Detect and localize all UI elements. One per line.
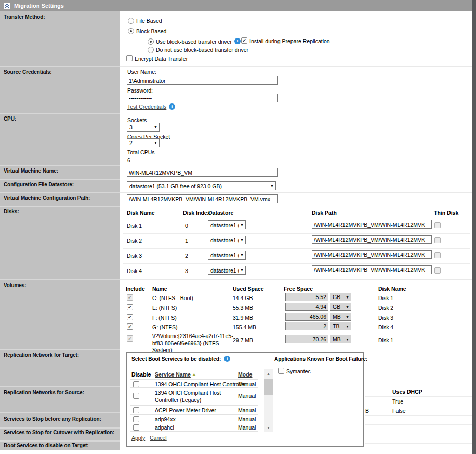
divider xyxy=(123,217,470,217)
service-mode: Manual xyxy=(238,381,256,387)
scroll-down-icon[interactable]: ▼ xyxy=(264,423,273,432)
radio-no-driver[interactable] xyxy=(148,47,154,53)
free-space-unit-select[interactable]: MB▼ xyxy=(330,313,351,321)
dropdown-arrow-icon: ▼ xyxy=(240,268,244,272)
free-space-field[interactable] xyxy=(285,322,328,330)
include-checkbox[interactable] xyxy=(127,314,133,320)
checkbox-encrypt-label: Encrypt Data Transfer xyxy=(135,56,188,62)
disk-path-field[interactable] xyxy=(312,250,432,259)
test-credentials-link[interactable]: Test Credentials xyxy=(127,103,166,110)
password-field[interactable] xyxy=(127,94,278,102)
divider xyxy=(130,405,258,406)
disks-header-thin: Thin Disk xyxy=(434,210,458,216)
username-field[interactable] xyxy=(127,76,278,85)
section-header[interactable]: Migration Settings xyxy=(0,0,472,11)
label-services-stop-cutover: Services to Stop for Cutover with Replic… xyxy=(4,430,114,435)
volume-disk: Disk 3 xyxy=(378,315,393,321)
uses-dhcp-header: Uses DHCP xyxy=(392,388,422,395)
page-title: Migration Settings xyxy=(14,3,64,9)
radio-use-driver[interactable] xyxy=(148,38,154,45)
info-icon[interactable]: i xyxy=(224,356,230,362)
service-name: adp94xx xyxy=(155,416,176,422)
cores-select[interactable]: 2▼ xyxy=(127,138,160,147)
divider xyxy=(123,248,470,249)
info-icon[interactable]: i xyxy=(169,103,175,110)
free-space-unit-select[interactable]: MB▼ xyxy=(330,335,351,343)
dropdown-arrow-icon: ▼ xyxy=(346,305,349,309)
thin-disk-checkbox xyxy=(434,237,441,243)
divider xyxy=(0,113,120,114)
free-space-field[interactable] xyxy=(285,313,328,321)
disk-path-field[interactable] xyxy=(312,220,432,229)
service-disable-checkbox[interactable] xyxy=(133,407,139,413)
dropdown-arrow-icon: ▼ xyxy=(154,125,157,129)
label-config-datastore: Configuration File Datastore: xyxy=(4,181,74,187)
divider xyxy=(365,415,472,416)
divider xyxy=(0,412,120,413)
label-cpu: CPU: xyxy=(4,116,16,122)
service-disable-checkbox[interactable] xyxy=(133,424,139,431)
apply-link[interactable]: Apply xyxy=(131,435,145,441)
volume-disk: Disk 4 xyxy=(378,324,393,330)
free-space-unit-select[interactable]: TB▼ xyxy=(330,322,351,330)
divider xyxy=(0,179,120,180)
dropdown-arrow-icon: ▼ xyxy=(154,141,157,145)
disk-index: 2 xyxy=(185,253,188,259)
collapse-icon[interactable] xyxy=(4,3,10,9)
divider xyxy=(120,165,472,165)
service-disable-checkbox[interactable] xyxy=(133,393,139,399)
cancel-link[interactable]: Cancel xyxy=(150,435,167,441)
label-vm-config-path: Virtual Machine Configuration Path: xyxy=(4,195,90,201)
vm-config-path-field[interactable] xyxy=(127,194,278,203)
divider xyxy=(365,424,472,425)
checkbox-install-prepare-label: Install during Prepare Replication xyxy=(249,38,330,44)
divider xyxy=(365,406,472,406)
services-header-service-name[interactable]: Service Name xyxy=(155,371,191,378)
divider xyxy=(0,66,120,67)
checkbox-install-prepare[interactable] xyxy=(241,37,247,44)
label-services-stop-before: Services to Stop before any Replication: xyxy=(4,416,101,422)
disk-path-field[interactable] xyxy=(312,235,432,244)
divider xyxy=(120,192,472,193)
service-disable-checkbox[interactable] xyxy=(133,381,139,387)
label-vm-name: Virtual Machine Name: xyxy=(4,168,58,174)
free-space-field[interactable] xyxy=(285,293,328,301)
radio-file-based[interactable] xyxy=(128,18,134,24)
sockets-select[interactable]: 3▼ xyxy=(127,123,160,132)
info-icon[interactable]: i xyxy=(234,38,241,44)
services-header-disable: Disable xyxy=(131,371,151,378)
disk-datastore-select[interactable]: datastore1 (53.1 GB▼ xyxy=(208,220,246,229)
volume-name: E: (NTFS) xyxy=(152,305,177,311)
free-space-field[interactable] xyxy=(285,335,328,343)
vm-name-field[interactable] xyxy=(127,168,278,177)
free-space-unit-select[interactable]: GB▼ xyxy=(330,303,351,311)
thin-disk-checkbox xyxy=(434,267,441,274)
divider xyxy=(0,440,120,442)
free-space-unit-select[interactable]: GB▼ xyxy=(330,293,351,301)
service-disable-checkbox[interactable] xyxy=(133,416,139,422)
double-chevron-up-icon xyxy=(4,3,10,9)
disk-datastore-select[interactable]: datastore1 (53.1 GB▼ xyxy=(208,266,246,275)
thin-disk-checkbox xyxy=(434,222,441,228)
config-datastore-select[interactable]: datastore1 (53.1 GB free of 923.0 GB)▼ xyxy=(127,181,276,190)
scroll-up-icon[interactable]: ▲ xyxy=(264,369,273,378)
include-checkbox[interactable] xyxy=(127,323,133,330)
disk-datastore-select[interactable]: datastore1 (53.1 GB▼ xyxy=(208,236,246,244)
label-column xyxy=(0,11,120,450)
scrollbar-thumb[interactable] xyxy=(264,379,273,395)
checkbox-encrypt[interactable] xyxy=(126,55,133,61)
apps-boot-failure-title: Applications Known For Boot Failure: xyxy=(274,356,367,362)
checkbox-symantec[interactable] xyxy=(278,368,284,374)
divider xyxy=(0,192,120,193)
sort-asc-icon: ▲ xyxy=(192,372,196,377)
services-header-mode[interactable]: Mode xyxy=(238,371,252,378)
radio-block-based[interactable] xyxy=(128,28,134,34)
disks-header-datastore: Datastore xyxy=(208,210,233,216)
include-checkbox[interactable] xyxy=(127,304,133,310)
migration-settings-panel: Migration Settings Transfer Method: Sour… xyxy=(0,0,476,454)
disk-path-field[interactable] xyxy=(312,265,432,274)
free-space-field[interactable] xyxy=(285,303,328,311)
include-checkbox xyxy=(127,335,133,342)
disk-datastore-select[interactable]: datastore1 (53.1 GB▼ xyxy=(208,251,246,260)
dropdown-arrow-icon: ▼ xyxy=(346,325,349,328)
